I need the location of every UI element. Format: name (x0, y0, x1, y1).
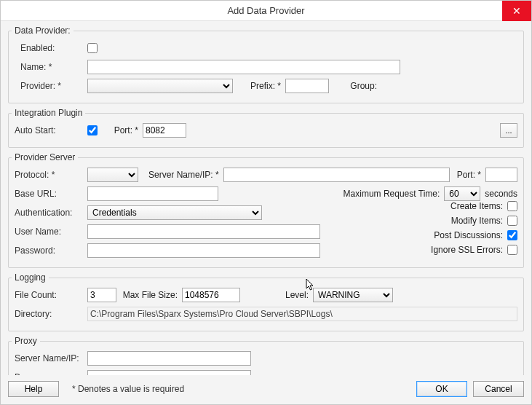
auto-start-checkbox[interactable] (87, 125, 98, 135)
proxy-group: Proxy Server Name/IP: Bypass: User Name:… (8, 336, 524, 375)
server-permission-checks: Create Items: Modify Items: Post Discuss… (431, 199, 517, 257)
server-name-input[interactable] (223, 168, 450, 182)
max-req-label: Maximum Request Time: (344, 189, 445, 199)
auth-label: Authentication: (15, 208, 87, 218)
max-file-size-input[interactable] (182, 288, 240, 302)
ignore-ssl-checkbox[interactable] (507, 245, 517, 255)
post-discussions-checkbox[interactable] (507, 230, 517, 240)
help-button[interactable]: Help (8, 381, 59, 397)
modify-items-label: Modify Items: (451, 216, 503, 226)
logging-legend: Logging (12, 272, 49, 283)
server-port-input[interactable] (485, 168, 517, 182)
integration-port-label: Port: * (106, 125, 143, 135)
window-title: Add Data Provider (227, 5, 304, 16)
level-select[interactable]: WARNING (313, 288, 393, 302)
file-count-label: File Count: (15, 290, 87, 300)
name-input[interactable] (87, 60, 400, 74)
server-user-label: User Name: (15, 227, 87, 237)
bypass-label: Bypass: (15, 372, 87, 375)
max-req-unit: seconds (480, 189, 517, 199)
modify-items-checkbox[interactable] (507, 216, 517, 226)
proxy-server-input[interactable] (87, 351, 251, 366)
name-label: Name: * (15, 62, 87, 72)
provider-select[interactable] (87, 79, 233, 93)
integration-plugin-group: Integration Plugin Auto Start: Port: * .… (8, 108, 524, 148)
provider-label: Provider: * (15, 81, 87, 91)
create-items-label: Create Items: (450, 201, 503, 211)
base-url-input[interactable] (87, 186, 218, 201)
server-legend: Provider Server (12, 152, 78, 162)
dialog-footer: Help * Denotes a value is required OK Ca… (1, 375, 531, 404)
max-file-size-label: Max File Size: (116, 290, 182, 300)
proxy-legend: Proxy (12, 336, 40, 346)
server-user-input[interactable] (87, 224, 320, 239)
file-count-input[interactable] (87, 288, 116, 302)
directory-input (87, 307, 517, 321)
ok-button[interactable]: OK (416, 381, 467, 397)
data-provider-legend: Data Provider: (12, 25, 74, 36)
auth-select[interactable]: Credentials (87, 205, 262, 220)
enabled-label: Enabled: (15, 43, 87, 53)
directory-label: Directory: (15, 309, 87, 319)
server-port-label: Port: * (450, 170, 485, 180)
bypass-input[interactable] (87, 370, 251, 375)
prefix-input[interactable] (285, 79, 329, 93)
ignore-ssl-label: Ignore SSL Errors: (431, 245, 503, 255)
required-note: * Denotes a value is required (72, 384, 184, 394)
protocol-select[interactable] (87, 168, 138, 182)
cancel-button[interactable]: Cancel (473, 381, 524, 397)
server-pass-input[interactable] (87, 243, 320, 258)
integration-port-input[interactable] (143, 123, 186, 138)
dialog-window: Add Data Provider ✕ Data Provider: Enabl… (0, 0, 532, 405)
proxy-server-label: Server Name/IP: (15, 353, 87, 363)
server-name-label: Server Name/IP: * (138, 170, 223, 180)
titlebar: Add Data Provider ✕ (1, 1, 531, 21)
integration-legend: Integration Plugin (12, 108, 85, 118)
enabled-checkbox[interactable] (87, 43, 98, 53)
prefix-label: Prefix: * (242, 81, 285, 91)
level-label: Level: (240, 290, 313, 300)
auto-start-label: Auto Start: (15, 125, 87, 135)
create-items-checkbox[interactable] (507, 201, 517, 211)
base-url-label: Base URL: (15, 189, 87, 199)
server-pass-label: Password: (15, 245, 87, 256)
group-label: Group: (338, 81, 381, 91)
dialog-content: Data Provider: Enabled: Name: * Provider… (1, 21, 531, 375)
logging-group: Logging File Count: Max File Size: Level… (8, 272, 524, 331)
data-provider-group: Data Provider: Enabled: Name: * Provider… (8, 25, 524, 103)
protocol-label: Protocol: * (15, 170, 87, 180)
provider-server-group: Provider Server Protocol: * Server Name/… (8, 152, 524, 268)
integration-ellipsis-button[interactable]: ... (500, 123, 517, 138)
close-button[interactable]: ✕ (502, 1, 531, 21)
close-icon: ✕ (512, 5, 521, 17)
post-discussions-label: Post Discussions: (434, 230, 503, 240)
